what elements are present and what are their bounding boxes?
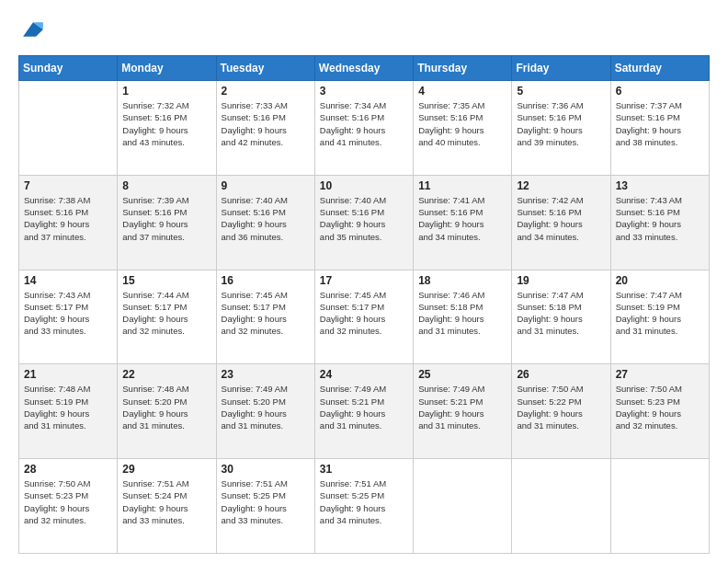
day-info: Sunrise: 7:50 AMSunset: 5:23 PMDaylight:… (24, 477, 112, 526)
day-number: 14 (24, 274, 112, 287)
day-info: Sunrise: 7:36 AMSunset: 5:16 PMDaylight:… (517, 99, 605, 148)
day-number: 26 (517, 368, 605, 381)
daylight-text-2: and 32 minutes. (122, 325, 210, 337)
daylight-text-1: Daylight: 9 hours (122, 313, 210, 325)
daylight-text-1: Daylight: 9 hours (320, 408, 408, 419)
day-info: Sunrise: 7:45 AMSunset: 5:17 PMDaylight:… (222, 289, 310, 338)
calendar-cell: 23Sunrise: 7:49 AMSunset: 5:20 PMDayligh… (216, 364, 314, 459)
calendar-cell: 16Sunrise: 7:45 AMSunset: 5:17 PMDayligh… (216, 270, 314, 364)
sunrise-text: Sunrise: 7:32 AM (122, 99, 210, 111)
daylight-text-1: Daylight: 9 hours (320, 124, 408, 136)
sunrise-text: Sunrise: 7:43 AM (616, 194, 704, 206)
daylight-text-1: Daylight: 9 hours (418, 124, 506, 136)
daylight-text-1: Daylight: 9 hours (24, 502, 112, 514)
day-info: Sunrise: 7:48 AMSunset: 5:20 PMDaylight:… (122, 383, 210, 431)
day-number: 10 (320, 179, 408, 192)
day-info: Sunrise: 7:40 AMSunset: 5:16 PMDaylight:… (222, 194, 310, 243)
calendar-cell: 19Sunrise: 7:47 AMSunset: 5:18 PMDayligh… (512, 270, 610, 364)
sunset-text: Sunset: 5:16 PM (122, 111, 210, 123)
calendar-week-row: 7Sunrise: 7:38 AMSunset: 5:16 PMDaylight… (19, 175, 710, 270)
daylight-text-1: Daylight: 9 hours (320, 218, 408, 230)
calendar-cell: 8Sunrise: 7:39 AMSunset: 5:16 PMDaylight… (118, 175, 216, 270)
day-info: Sunrise: 7:32 AMSunset: 5:16 PMDaylight:… (122, 99, 210, 148)
calendar-cell (512, 459, 610, 554)
sunset-text: Sunset: 5:20 PM (122, 396, 210, 408)
day-number: 12 (517, 179, 605, 192)
sunset-text: Sunset: 5:24 PM (122, 489, 210, 501)
day-number: 15 (122, 274, 210, 287)
logo-icon (20, 17, 46, 42)
calendar-cell: 18Sunrise: 7:46 AMSunset: 5:18 PMDayligh… (414, 270, 512, 364)
calendar-cell: 30Sunrise: 7:51 AMSunset: 5:25 PMDayligh… (216, 459, 314, 554)
calendar-cell: 24Sunrise: 7:49 AMSunset: 5:21 PMDayligh… (314, 364, 413, 459)
column-header-wednesday: Wednesday (314, 56, 413, 81)
daylight-text-1: Daylight: 9 hours (222, 408, 310, 419)
calendar-week-row: 28Sunrise: 7:50 AMSunset: 5:23 PMDayligh… (19, 459, 710, 554)
calendar-cell: 14Sunrise: 7:43 AMSunset: 5:17 PMDayligh… (19, 270, 118, 364)
sunrise-text: Sunrise: 7:51 AM (222, 477, 310, 489)
daylight-text-1: Daylight: 9 hours (24, 218, 112, 230)
sunset-text: Sunset: 5:17 PM (122, 301, 210, 313)
calendar-cell: 17Sunrise: 7:45 AMSunset: 5:17 PMDayligh… (314, 270, 413, 364)
sunrise-text: Sunrise: 7:39 AM (122, 194, 210, 206)
daylight-text-2: and 31 minutes. (418, 325, 506, 337)
daylight-text-1: Daylight: 9 hours (517, 408, 605, 419)
page: SundayMondayTuesdayWednesdayThursdayFrid… (0, 0, 728, 563)
sunrise-text: Sunrise: 7:47 AM (517, 289, 605, 301)
calendar-cell: 26Sunrise: 7:50 AMSunset: 5:22 PMDayligh… (512, 364, 610, 459)
sunrise-text: Sunrise: 7:35 AM (418, 99, 506, 111)
sunrise-text: Sunrise: 7:48 AM (122, 383, 210, 395)
daylight-text-2: and 43 minutes. (122, 136, 210, 148)
daylight-text-1: Daylight: 9 hours (418, 408, 506, 419)
calendar-header-row: SundayMondayTuesdayWednesdayThursdayFrid… (19, 56, 710, 81)
column-header-sunday: Sunday (19, 56, 118, 81)
sunrise-text: Sunrise: 7:36 AM (517, 99, 605, 111)
sunset-text: Sunset: 5:17 PM (24, 301, 112, 313)
day-info: Sunrise: 7:34 AMSunset: 5:16 PMDaylight:… (320, 99, 408, 148)
sunset-text: Sunset: 5:21 PM (418, 396, 506, 408)
sunrise-text: Sunrise: 7:33 AM (222, 99, 310, 111)
sunrise-text: Sunrise: 7:47 AM (616, 289, 704, 301)
day-number: 22 (122, 368, 210, 381)
calendar-cell (610, 459, 709, 554)
daylight-text-1: Daylight: 9 hours (616, 218, 704, 230)
day-info: Sunrise: 7:48 AMSunset: 5:19 PMDaylight:… (24, 383, 112, 431)
day-info: Sunrise: 7:47 AMSunset: 5:18 PMDaylight:… (517, 289, 605, 338)
sunset-text: Sunset: 5:23 PM (616, 396, 704, 408)
daylight-text-1: Daylight: 9 hours (418, 313, 506, 325)
daylight-text-2: and 32 minutes. (24, 514, 112, 526)
day-number: 1 (122, 85, 210, 98)
day-number: 11 (418, 179, 506, 192)
daylight-text-1: Daylight: 9 hours (222, 313, 310, 325)
day-info: Sunrise: 7:44 AMSunset: 5:17 PMDaylight:… (122, 289, 210, 338)
day-number: 25 (418, 368, 506, 381)
day-info: Sunrise: 7:41 AMSunset: 5:16 PMDaylight:… (418, 194, 506, 243)
sunset-text: Sunset: 5:16 PM (517, 111, 605, 123)
calendar-cell: 15Sunrise: 7:44 AMSunset: 5:17 PMDayligh… (118, 270, 216, 364)
sunset-text: Sunset: 5:16 PM (320, 111, 408, 123)
day-info: Sunrise: 7:39 AMSunset: 5:16 PMDaylight:… (122, 194, 210, 243)
day-number: 8 (122, 179, 210, 192)
calendar-cell: 2Sunrise: 7:33 AMSunset: 5:16 PMDaylight… (216, 81, 314, 176)
column-header-friday: Friday (512, 56, 610, 81)
daylight-text-2: and 31 minutes. (24, 419, 112, 431)
calendar-cell: 28Sunrise: 7:50 AMSunset: 5:23 PMDayligh… (19, 459, 118, 554)
sunrise-text: Sunrise: 7:40 AM (320, 194, 408, 206)
day-info: Sunrise: 7:51 AMSunset: 5:25 PMDaylight:… (320, 477, 408, 526)
daylight-text-2: and 31 minutes. (616, 325, 704, 337)
day-number: 17 (320, 274, 408, 287)
day-number: 4 (418, 85, 506, 98)
sunset-text: Sunset: 5:19 PM (24, 396, 112, 408)
day-number: 2 (222, 85, 310, 98)
sunset-text: Sunset: 5:16 PM (418, 111, 506, 123)
daylight-text-1: Daylight: 9 hours (320, 502, 408, 514)
day-number: 29 (122, 463, 210, 476)
day-info: Sunrise: 7:38 AMSunset: 5:16 PMDaylight:… (24, 194, 112, 243)
daylight-text-2: and 31 minutes. (222, 419, 310, 431)
calendar-week-row: 1Sunrise: 7:32 AMSunset: 5:16 PMDaylight… (19, 81, 710, 176)
sunrise-text: Sunrise: 7:46 AM (418, 289, 506, 301)
sunrise-text: Sunrise: 7:51 AM (122, 477, 210, 489)
day-number: 21 (24, 368, 112, 381)
sunrise-text: Sunrise: 7:37 AM (616, 99, 704, 111)
logo (18, 17, 46, 46)
